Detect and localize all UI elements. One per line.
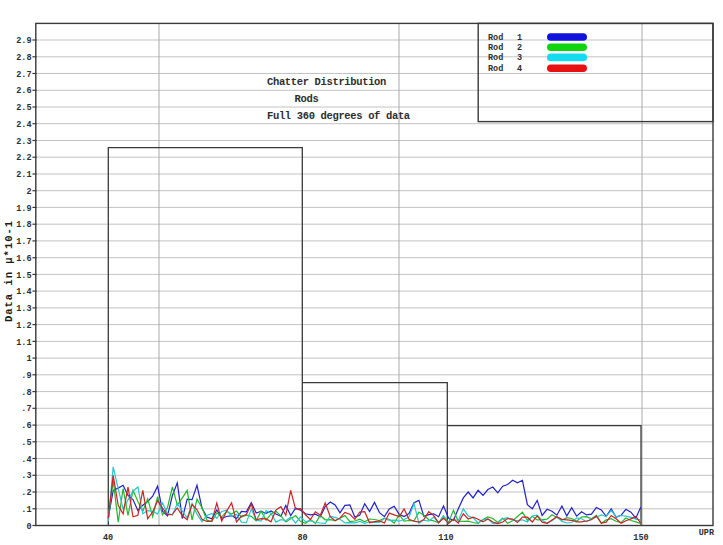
svg-text:0: 0 (26, 522, 31, 532)
svg-text:Rod: Rod (488, 33, 503, 43)
svg-text:Rod: Rod (488, 43, 503, 53)
svg-text:.4: .4 (21, 455, 31, 465)
svg-text:150: 150 (633, 533, 648, 543)
svg-text:.8: .8 (21, 388, 31, 398)
svg-text:2.7: 2.7 (16, 70, 31, 80)
svg-text:1.4: 1.4 (16, 287, 31, 297)
svg-text:3: 3 (517, 53, 522, 63)
svg-text:.6: .6 (21, 421, 31, 431)
svg-text:2.1: 2.1 (16, 170, 31, 180)
svg-text:1.1: 1.1 (16, 338, 31, 348)
svg-text:80: 80 (297, 533, 307, 543)
svg-text:1.8: 1.8 (16, 220, 31, 230)
svg-text:.5: .5 (21, 438, 31, 448)
svg-text:1.9: 1.9 (16, 204, 31, 214)
svg-text:2: 2 (517, 43, 522, 53)
svg-text:110: 110 (438, 533, 453, 543)
svg-text:40: 40 (103, 533, 113, 543)
svg-text:Chatter Distribution: Chatter Distribution (267, 76, 386, 88)
svg-text:.1: .1 (21, 505, 31, 515)
svg-text:Rod: Rod (488, 53, 503, 63)
svg-text:1.2: 1.2 (16, 321, 31, 331)
svg-text:2.5: 2.5 (16, 103, 31, 113)
svg-text:2.3: 2.3 (16, 137, 31, 147)
svg-text:.9: .9 (21, 371, 31, 381)
svg-text:2.4: 2.4 (16, 120, 31, 130)
svg-text:Full 360 degrees of data: Full 360 degrees of data (267, 110, 411, 122)
svg-text:.7: .7 (21, 404, 31, 414)
svg-text:UPR: UPR (699, 528, 715, 538)
svg-text:1.6: 1.6 (16, 254, 31, 264)
svg-text:4: 4 (517, 64, 522, 74)
svg-text:Rods: Rods (295, 93, 319, 105)
svg-text:2.9: 2.9 (16, 36, 31, 46)
svg-text:2.2: 2.2 (16, 153, 31, 163)
svg-text:2: 2 (26, 187, 31, 197)
svg-text:1: 1 (517, 33, 522, 43)
svg-text:2.8: 2.8 (16, 53, 31, 63)
svg-text:2.6: 2.6 (16, 86, 31, 96)
svg-text:.3: .3 (21, 471, 31, 481)
svg-text:1.7: 1.7 (16, 237, 31, 247)
svg-text:1: 1 (26, 354, 31, 364)
svg-text:Rod: Rod (488, 64, 503, 74)
svg-text:Data in µ*10-1: Data in µ*10-1 (3, 220, 15, 322)
svg-text:1.5: 1.5 (16, 271, 31, 281)
svg-text:.2: .2 (21, 488, 31, 498)
svg-text:1.3: 1.3 (16, 304, 31, 314)
